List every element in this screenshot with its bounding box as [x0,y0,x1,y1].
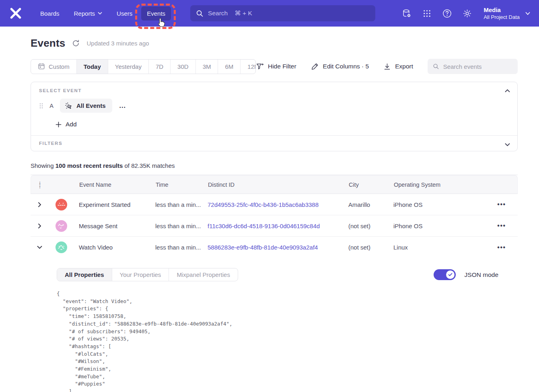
project-scope: All Project Data [483,14,520,21]
column-header-os: Operating System [387,182,485,188]
cell-os: iPhone OS [387,223,486,229]
collapse-row-icon[interactable] [31,246,48,249]
event-selector-chip[interactable]: All Events [60,99,112,113]
add-event-button[interactable]: Add [56,121,509,128]
chevron-down-icon [98,12,102,15]
expand-row-icon[interactable] [31,223,48,229]
search-events-input[interactable] [443,63,512,70]
settings-gear-icon[interactable] [462,8,472,19]
event-row-letter: A [49,103,54,109]
distinct-id-link[interactable]: 5886283e-e9fb-48fb-81de-40e9093a2af4 [208,244,318,251]
date-range-segmented-control: Custom Today Yesterday 7D 30D 3M 6M 12M [31,59,256,74]
range-yesterday[interactable]: Yesterday [108,60,148,74]
tab-mixpanel-properties[interactable]: Mixpanel Properties [169,268,238,281]
export-button[interactable]: Export [383,63,413,70]
nav-item-boards[interactable]: Boards [35,6,65,21]
calendar-icon [38,63,45,70]
nav-label: Boards [40,10,60,17]
filters-label: FILTERS [39,141,509,146]
distinct-id-link[interactable]: f11c30d6-dc6d-4518-9136-0d046159c84d [208,223,320,229]
row-more-button[interactable]: ••• [486,222,518,229]
plus-icon [56,122,62,128]
cell-os: iPhone OS [387,201,486,208]
data-management-icon[interactable] [401,8,412,19]
search-icon [433,63,439,70]
results-summary: Showing 100 most recent results of 82.35… [31,162,518,169]
help-icon[interactable] [442,8,452,19]
table-header-row: ↓↑ Event Name Time Distinct ID City Oper… [31,175,518,194]
drag-handle-icon[interactable] [39,103,43,109]
table-row-expanded[interactable]: Watch Video less than a min... 5886283e-… [31,237,518,258]
results-prefix: Showing [31,162,56,169]
row-more-button[interactable]: ••• [486,244,518,251]
select-event-section: SELECT EVENT A [31,82,517,135]
nav-item-reports[interactable]: Reports [68,6,108,21]
events-page: Events Updated 3 minutes ago Custom Toda… [0,27,539,392]
project-switcher[interactable]: Media All Project Data [483,6,530,21]
search-events-field[interactable] [428,59,518,74]
event-chip-label: All Events [76,102,106,109]
properties-tabs: All Properties Your Properties Mixpanel … [57,268,238,281]
search-icon [196,10,204,17]
primary-nav: Boards Reports Users Events [35,6,171,21]
table-row[interactable]: Message Sent less than a min... f11c30d6… [31,215,518,237]
results-suffix: of 82.35K matches [123,162,175,169]
events-toolbar: Custom Today Yesterday 7D 30D 3M 6M 12M … [31,59,518,74]
chevron-down-icon [525,12,530,15]
nav-label: Reports [74,10,95,17]
column-header-time: Time [149,182,202,188]
event-json-viewer[interactable]: { "event": "Watch Video", "properties": … [57,290,508,392]
tab-your-properties[interactable]: Your Properties [112,268,169,281]
nav-item-users[interactable]: Users [111,6,138,21]
page-title: Events [31,37,65,50]
range-30d[interactable]: 30D [170,60,195,74]
project-name: Media [483,6,520,14]
range-label: Today [84,63,101,70]
global-search-input[interactable]: Search ⌘ + K [190,5,375,21]
range-today[interactable]: Today [76,60,108,74]
mixpanel-logo-icon[interactable] [9,6,23,20]
range-custom[interactable]: Custom [31,60,76,74]
range-3m[interactable]: 3M [195,60,218,74]
expand-section-icon[interactable] [505,141,510,148]
hide-filter-button[interactable]: Hide Filter [256,62,296,70]
cell-event-name: Experiment Started [72,201,149,208]
query-builder-card: SELECT EVENT A [31,82,518,151]
range-label: 7D [156,63,163,70]
search-shortcut: ⌘ + K [235,10,252,17]
range-label: Yesterday [115,63,142,70]
json-mode-toggle[interactable] [434,269,456,280]
cell-time: less than a min... [149,223,201,229]
download-icon [383,63,391,70]
event-row-more-button[interactable]: ... [118,102,128,109]
row-more-button[interactable]: ••• [486,201,518,208]
toggle-knob-check-icon [446,270,455,279]
range-7d[interactable]: 7D [148,60,170,74]
nav-label: Events [147,10,165,17]
add-label: Add [66,121,77,128]
cell-os: Linux [387,244,486,251]
range-12m[interactable]: 12M [240,60,256,74]
event-detail-panel: All Properties Your Properties Mixpanel … [31,258,518,392]
json-mode-label: JSON mode [465,271,498,279]
filters-section[interactable]: FILTERS [31,136,517,151]
range-6m[interactable]: 6M [218,60,240,74]
refresh-icon[interactable] [72,39,80,47]
column-header-event-name: Event Name [73,182,149,188]
collapse-section-icon[interactable] [505,87,510,94]
results-count: 100 most recent results [56,162,123,169]
expand-row-icon[interactable] [31,202,48,207]
nav-item-events[interactable]: Events [141,6,171,21]
toolbar-actions: Hide Filter Edit Columns · 5 Export [256,59,518,74]
column-header-distinct-id: Distinct ID [202,182,342,188]
export-label: Export [395,63,413,70]
apps-grid-icon[interactable] [422,8,432,19]
distinct-id-link[interactable]: 72d49553-25fc-4f0c-b436-1b5ac6ab3388 [208,201,319,208]
table-row[interactable]: Experiment Started less than a min... 72… [31,194,518,215]
last-updated-text: Updated 3 minutes ago [86,40,149,47]
tab-all-properties[interactable]: All Properties [57,268,112,281]
edit-columns-button[interactable]: Edit Columns · 5 [311,62,369,70]
events-table: ↓↑ Event Name Time Distinct ID City Oper… [31,175,518,392]
range-label: 30D [177,63,189,70]
collapse-all-rows-icon[interactable]: ↓↑ [39,181,41,189]
